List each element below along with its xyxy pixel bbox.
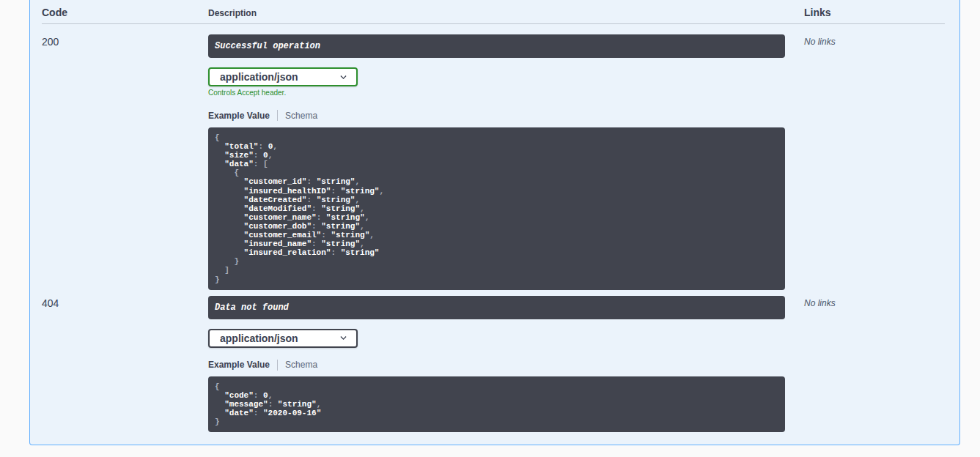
responses-table: Code Description Links 200 Successful op…: [30, 0, 959, 443]
response-row-200: 200 Successful operation application/jso…: [42, 24, 945, 296]
tab-example-value[interactable]: Example Value: [208, 360, 270, 370]
tab-divider: [277, 360, 278, 371]
example-schema-tabs: Example Value Schema: [208, 110, 785, 121]
response-description-cell: Successful operation application/json Co…: [208, 34, 804, 290]
example-json-block: { "total": 0, "size": 0, "data": [ { "cu…: [208, 127, 785, 290]
responses-header-row: Code Description Links: [42, 0, 945, 24]
tab-schema[interactable]: Schema: [285, 360, 317, 370]
response-links-cell: No links: [804, 296, 945, 309]
media-type-select[interactable]: application/json: [208, 329, 358, 348]
response-description-box: Data not found: [208, 296, 785, 319]
col-header-links: Links: [804, 7, 945, 18]
chevron-down-icon: [339, 73, 348, 82]
controls-accept-header-hint: Controls Accept header.: [208, 89, 785, 97]
response-status-code: 404: [42, 296, 208, 309]
chevron-down-icon: [339, 333, 348, 343]
tab-schema[interactable]: Schema: [285, 111, 317, 121]
response-status-code: 200: [42, 34, 208, 48]
response-links-cell: No links: [804, 34, 945, 48]
col-header-code: Code: [42, 7, 208, 18]
example-schema-tabs: Example Value Schema: [208, 360, 785, 371]
col-header-description: Description: [208, 8, 804, 18]
media-type-value: application/json: [220, 332, 298, 344]
media-type-value: application/json: [220, 71, 298, 83]
tab-example-value[interactable]: Example Value: [208, 111, 270, 121]
media-type-select[interactable]: application/json: [208, 67, 358, 86]
response-description-box: Successful operation: [208, 34, 785, 58]
responses-panel: Code Description Links 200 Successful op…: [29, 0, 960, 445]
response-description-cell: Data not found application/json Example …: [208, 296, 804, 432]
no-links-label: No links: [804, 37, 836, 47]
no-links-label: No links: [804, 298, 836, 308]
example-json-block: { "code": 0, "message": "string", "date"…: [208, 376, 785, 432]
response-row-404: 404 Data not found application/json Exam…: [42, 296, 945, 443]
tab-divider: [277, 110, 278, 121]
